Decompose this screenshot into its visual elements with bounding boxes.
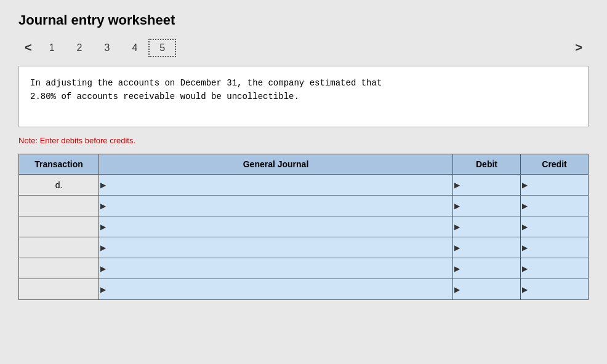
debit-cell-2[interactable]: ▶: [453, 196, 521, 216]
table-row: d. ▶ ▶ ▶: [19, 175, 589, 196]
arrow-indicator-credit-6: ▶: [521, 285, 528, 294]
arrow-indicator-debit-1: ▶: [453, 181, 460, 189]
arrow-indicator-debit-3: ▶: [453, 223, 460, 231]
page-5-button[interactable]: 5: [148, 39, 176, 57]
debit-cell-6[interactable]: ▶: [453, 279, 521, 300]
credit-input-3[interactable]: [523, 216, 588, 237]
credit-input-4[interactable]: [523, 237, 588, 258]
note-text: Note: Enter debits before credits.: [18, 136, 589, 145]
general-cell-2[interactable]: ▶: [99, 196, 453, 216]
arrow-indicator-credit-4: ▶: [521, 243, 528, 252]
credit-cell-2[interactable]: ▶: [521, 196, 589, 216]
transaction-cell-5: [19, 258, 99, 279]
arrow-indicator-debit-2: ▶: [453, 202, 460, 210]
debit-input-4[interactable]: [456, 237, 520, 258]
general-cell-6[interactable]: ▶: [99, 279, 453, 300]
general-input-2[interactable]: [102, 196, 452, 216]
debit-cell-1[interactable]: ▶: [453, 175, 521, 196]
table-row: ▶ ▶ ▶: [19, 258, 589, 279]
header-debit: Debit: [453, 154, 521, 175]
header-credit: Credit: [521, 154, 589, 175]
general-cell-1[interactable]: ▶: [99, 175, 453, 196]
page-2-button[interactable]: 2: [66, 40, 94, 56]
debit-input-2[interactable]: [456, 196, 520, 216]
journal-table: Transaction General Journal Debit Credit…: [18, 154, 589, 300]
page-3-button[interactable]: 3: [94, 40, 121, 56]
arrow-indicator-6: ▶: [99, 285, 106, 294]
credit-input-1[interactable]: [523, 175, 588, 195]
arrow-indicator-4: ▶: [99, 243, 106, 252]
transaction-cell-2: [19, 196, 99, 216]
table-row: ▶ ▶ ▶: [19, 216, 589, 237]
arrow-indicator: ▶: [99, 181, 106, 189]
page-title: Journal entry worksheet: [18, 12, 589, 28]
debit-input-3[interactable]: [456, 216, 520, 237]
arrow-indicator-credit-1: ▶: [521, 181, 528, 189]
debit-input-5[interactable]: [456, 258, 520, 279]
table-row: ▶ ▶ ▶: [19, 237, 589, 258]
credit-input-5[interactable]: [523, 258, 588, 279]
header-transaction: Transaction: [19, 154, 99, 175]
transaction-cell-3: [19, 216, 99, 237]
arrow-indicator-credit-3: ▶: [521, 223, 528, 231]
credit-cell-1[interactable]: ▶: [521, 175, 589, 196]
transaction-cell-6: [19, 279, 99, 300]
description-box: In adjusting the accounts on December 31…: [18, 66, 589, 127]
general-input-6[interactable]: [102, 279, 452, 299]
next-arrow-button[interactable]: >: [569, 38, 589, 57]
general-cell-5[interactable]: ▶: [99, 258, 453, 279]
table-row: ▶ ▶ ▶: [19, 196, 589, 216]
credit-cell-6[interactable]: ▶: [521, 279, 589, 300]
arrow-indicator-debit-6: ▶: [453, 285, 460, 294]
transaction-cell-4: [19, 237, 99, 258]
arrow-indicator-3: ▶: [99, 223, 106, 231]
general-input-1[interactable]: [102, 175, 452, 195]
table-row: ▶ ▶ ▶: [19, 279, 589, 300]
debit-input-6[interactable]: [456, 279, 520, 299]
debit-input-1[interactable]: [456, 175, 520, 195]
pagination-row: < 1 2 3 4 5 >: [18, 38, 589, 57]
transaction-cell-1: d.: [19, 175, 99, 196]
general-input-5[interactable]: [102, 258, 452, 279]
arrow-indicator-2: ▶: [99, 202, 106, 210]
credit-cell-5[interactable]: ▶: [521, 258, 589, 279]
header-general-journal: General Journal: [99, 154, 453, 175]
general-input-4[interactable]: [102, 237, 452, 258]
debit-cell-4[interactable]: ▶: [453, 237, 521, 258]
general-input-3[interactable]: [102, 216, 452, 237]
arrow-indicator-debit-5: ▶: [453, 264, 460, 273]
prev-arrow-button[interactable]: <: [18, 38, 38, 57]
debit-cell-5[interactable]: ▶: [453, 258, 521, 279]
arrow-indicator-5: ▶: [99, 264, 106, 273]
credit-cell-4[interactable]: ▶: [521, 237, 589, 258]
general-cell-4[interactable]: ▶: [99, 237, 453, 258]
page-4-button[interactable]: 4: [121, 40, 148, 56]
credit-cell-3[interactable]: ▶: [521, 216, 589, 237]
credit-input-6[interactable]: [523, 279, 588, 299]
debit-cell-3[interactable]: ▶: [453, 216, 521, 237]
page-1-button[interactable]: 1: [38, 40, 66, 56]
arrow-indicator-debit-4: ▶: [453, 243, 460, 252]
arrow-indicator-credit-5: ▶: [521, 264, 528, 273]
arrow-indicator-credit-2: ▶: [521, 202, 528, 210]
credit-input-2[interactable]: [523, 196, 588, 216]
general-cell-3[interactable]: ▶: [99, 216, 453, 237]
